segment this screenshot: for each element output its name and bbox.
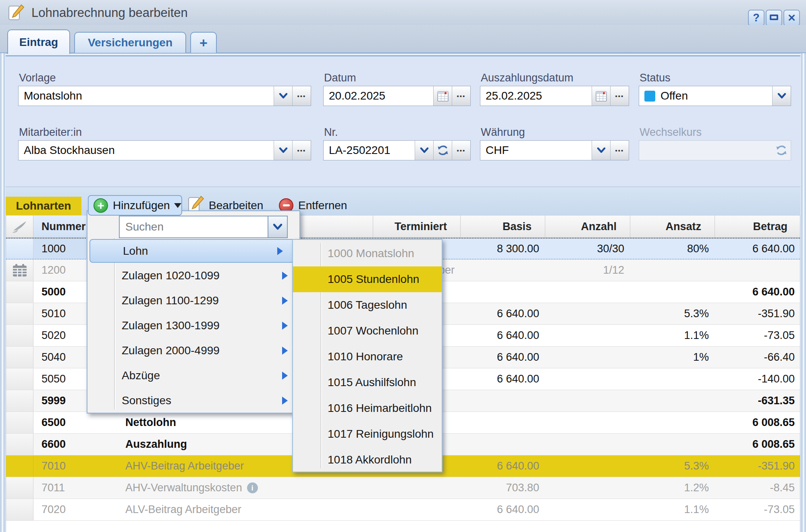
cell-nummer: 5040	[33, 347, 87, 368]
waehrung-value[interactable]: CHF	[480, 141, 592, 160]
datum-calendar-button[interactable]	[433, 86, 452, 106]
row-gutter	[6, 499, 33, 520]
mitarbeiter-dropdown-button[interactable]	[274, 141, 292, 160]
auszahlungsdatum-field[interactable]: 25.02.2025 •••	[480, 86, 629, 106]
hinzufuegen-button[interactable]: + Hinzufügen	[88, 195, 182, 216]
status-dropdown-button[interactable]	[772, 86, 791, 106]
mitarbeiter-field[interactable]: Alba Stockhausen •••	[18, 140, 311, 160]
nr-refresh-button[interactable]	[433, 141, 452, 160]
cell-anzahl	[545, 412, 630, 433]
datum-more-button[interactable]: •••	[452, 86, 470, 106]
menu-item-zulagen-1300-1999[interactable]: Zulagen 1300-1999	[116, 313, 299, 338]
vorlage-more-button[interactable]: •••	[292, 86, 311, 106]
submenu-arrow-icon	[277, 247, 283, 255]
menu-item-lohn[interactable]: Lohn	[89, 239, 298, 263]
tab-add[interactable]: +	[190, 32, 217, 53]
auszahlungsdatum-value[interactable]: 25.02.2025	[480, 86, 592, 106]
submenu-item-1017-reinigungslohn[interactable]: 1017 Reinigungslohn	[293, 421, 442, 447]
submenu-item-1005-stundenlohn[interactable]: 1005 Stundenlohn	[293, 266, 442, 292]
column-header-terminiert[interactable]: Terminiert	[373, 216, 461, 237]
menu-item-zulagen-1100-1299[interactable]: Zulagen 1100-1299	[116, 288, 299, 313]
cell-anzahl	[545, 434, 630, 455]
cell-ansatz	[630, 412, 715, 433]
mitarbeiter-more-button[interactable]: •••	[292, 141, 311, 160]
cell-betrag: -631.35	[715, 390, 801, 411]
vorlage-field[interactable]: Monatslohn •••	[18, 86, 311, 106]
menu-item-zulagen-2000-4999[interactable]: Zulagen 2000-4999	[116, 338, 299, 363]
mitarbeiter-value[interactable]: Alba Stockhausen	[19, 141, 274, 160]
status-label: Status	[640, 72, 671, 84]
status-value[interactable]: Offen	[655, 86, 772, 106]
waehrung-more-button[interactable]: •••	[610, 141, 629, 160]
row-gutter	[6, 303, 33, 324]
row-gutter	[6, 455, 33, 477]
cell-betrag: -351.90	[715, 455, 801, 477]
cell-basis: 6 640.00	[461, 347, 545, 368]
info-icon[interactable]: i	[247, 482, 258, 493]
waehrung-field[interactable]: CHF •••	[480, 140, 629, 160]
dropdown-caret-icon	[174, 203, 181, 208]
help-button[interactable]: ?	[748, 10, 764, 26]
submenu-item-1010-honorare[interactable]: 1010 Honorare	[293, 344, 442, 370]
column-header-gutter[interactable]	[6, 216, 33, 237]
menu-search-input[interactable]: Suchen	[120, 216, 268, 237]
row-gutter	[6, 368, 33, 390]
submenu-arrow-icon	[282, 297, 288, 305]
submenu-item-1015-aushilfslohn[interactable]: 1015 Aushilfslohn	[293, 370, 442, 395]
column-header-betrag[interactable]: Betrag	[715, 216, 801, 237]
table-row[interactable]: 7020ALV-Beitrag Arbeitgeber6 640.001.1%-…	[6, 499, 800, 521]
status-field[interactable]: Offen	[639, 86, 791, 106]
column-header-basis[interactable]: Basis	[461, 216, 545, 237]
chevron-down-icon	[279, 147, 288, 154]
auszahlungsdatum-calendar-button[interactable]	[592, 86, 610, 106]
submenu-item-1018-akkordlohn[interactable]: 1018 Akkordlohn	[293, 447, 442, 472]
cell-ansatz: 1.1%	[630, 325, 715, 346]
submenu-item-1006-tageslohn[interactable]: 1006 Tageslohn	[293, 292, 442, 318]
cell-basis	[461, 281, 545, 303]
tab-versicherungen[interactable]: Versicherungen	[74, 32, 186, 53]
waehrung-dropdown-button[interactable]	[592, 141, 610, 160]
menu-item-zulagen-1020-1099[interactable]: Zulagen 1020-1099	[116, 263, 299, 288]
chevron-down-icon	[273, 223, 283, 231]
cell-anzahl	[545, 390, 630, 411]
column-header-anzahl[interactable]: Anzahl	[545, 216, 630, 237]
cell-anzahl	[545, 477, 630, 499]
menu-search-dropdown-button[interactable]	[268, 216, 287, 237]
maximize-button[interactable]	[766, 10, 782, 26]
table-row[interactable]: 7011AHV-Verwaltungskosteni703.801.2%-8.4…	[6, 477, 800, 499]
vorlage-value[interactable]: Monatslohn	[19, 86, 274, 106]
tab-eintrag[interactable]: Eintrag	[7, 29, 70, 54]
nr-dropdown-button[interactable]	[415, 141, 433, 160]
submenu-arrow-icon	[282, 322, 288, 330]
nr-value[interactable]: LA-2502201	[324, 141, 415, 160]
column-header-nummer[interactable]: Nummer	[33, 216, 87, 237]
hinzufuegen-menu: Suchen LohnZulagen 1020-1099Zulagen 1100…	[87, 210, 300, 414]
cell-nummer: 5050	[33, 368, 87, 390]
submenu-item-1000-monatslohn[interactable]: 1000 Monatslohn	[293, 241, 442, 266]
datum-field[interactable]: 20.02.2025 •••	[323, 86, 471, 106]
cell-anzahl	[545, 303, 630, 324]
nr-field[interactable]: LA-2502201 •••	[323, 140, 471, 160]
close-button[interactable]: ✕	[783, 10, 800, 26]
submenu-arrow-icon	[282, 397, 288, 405]
cell-basis: 6 640.00	[461, 303, 545, 324]
menu-search-combobox[interactable]: Suchen	[119, 216, 288, 238]
submenu-item-1016-heimarbeitlohn[interactable]: 1016 Heimarbeitlohn	[293, 395, 442, 421]
cell-basis	[461, 390, 545, 411]
column-header-ansatz[interactable]: Ansatz	[630, 216, 715, 237]
window-right-border	[800, 53, 806, 532]
menu-item-sonstiges[interactable]: Sonstiges	[116, 388, 299, 413]
cell-ansatz: 5.3%	[630, 303, 715, 324]
wechselkurs-refresh-button[interactable]	[772, 141, 791, 160]
status-color-swatch	[644, 91, 655, 102]
cell-basis	[461, 412, 545, 433]
nr-more-button[interactable]: •••	[452, 141, 470, 160]
vorlage-dropdown-button[interactable]	[274, 86, 292, 106]
auszahlungsdatum-more-button[interactable]: •••	[610, 86, 629, 106]
cell-nummer: 7011	[33, 477, 87, 499]
datum-value[interactable]: 20.02.2025	[324, 86, 433, 106]
submenu-item-1007-wochenlohn[interactable]: 1007 Wochenlohn	[293, 318, 442, 344]
cell-nummer: 5999	[33, 390, 87, 411]
menu-item-abz-ge[interactable]: Abzüge	[116, 363, 299, 388]
row-gutter	[6, 412, 33, 433]
